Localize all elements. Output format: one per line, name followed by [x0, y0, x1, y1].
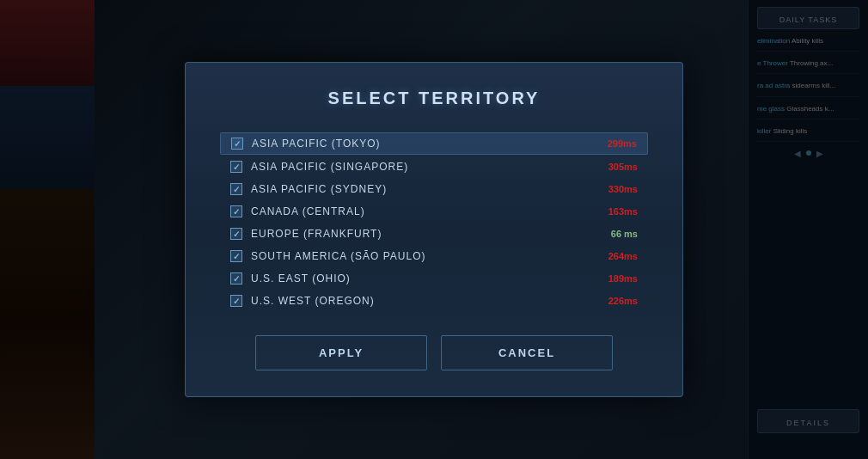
- territory-ping-5: 264ms: [608, 251, 638, 261]
- territory-ping-2: 330ms: [608, 184, 638, 194]
- territory-checkbox-7[interactable]: [230, 295, 242, 307]
- territory-ping-4: 66 ms: [611, 229, 638, 239]
- territory-ping-1: 305ms: [608, 162, 638, 172]
- cancel-button[interactable]: CANCEL: [441, 335, 613, 370]
- territory-item-6[interactable]: U.S. EAST (OHIO) 189ms: [220, 268, 648, 289]
- apply-button[interactable]: APPLY: [255, 335, 427, 370]
- territory-name-3: CANADA (CENTRAL): [251, 205, 608, 217]
- territory-checkbox-1[interactable]: [230, 161, 242, 173]
- territory-checkbox-6[interactable]: [230, 272, 242, 285]
- territory-ping-3: 163ms: [608, 206, 638, 217]
- territory-ping-6: 189ms: [608, 273, 638, 284]
- territory-item-3[interactable]: CANADA (CENTRAL) 163ms: [220, 201, 648, 222]
- territory-item-4[interactable]: EUROPE (FRANKFURT) 66 ms: [220, 223, 648, 244]
- modal-title: SELECT TERRITORY: [220, 89, 648, 108]
- territory-name-7: U.S. WEST (OREGON): [251, 295, 608, 307]
- select-territory-modal: SELECT TERRITORY ASIA PACIFIC (TOKYO) 29…: [185, 62, 683, 397]
- territory-name-0: ASIA PACIFIC (TOKYO): [252, 138, 608, 150]
- territory-name-6: U.S. EAST (OHIO): [251, 272, 608, 285]
- territory-checkbox-5[interactable]: [230, 250, 242, 262]
- territory-name-2: ASIA PACIFIC (SYDNEY): [251, 183, 608, 195]
- territory-name-5: SOUTH AMERICA (SÃO PAULO): [251, 250, 608, 262]
- territory-list: ASIA PACIFIC (TOKYO) 299ms ASIA PACIFIC …: [220, 132, 648, 311]
- modal-overlay: SELECT TERRITORY ASIA PACIFIC (TOKYO) 29…: [0, 0, 868, 459]
- territory-item-0[interactable]: ASIA PACIFIC (TOKYO) 299ms: [220, 132, 648, 155]
- territory-checkbox-2[interactable]: [230, 183, 242, 195]
- territory-checkbox-0[interactable]: [231, 138, 243, 150]
- territory-ping-7: 226ms: [608, 296, 638, 306]
- territory-item-1[interactable]: ASIA PACIFIC (SINGAPORE) 305ms: [220, 156, 648, 177]
- modal-buttons: APPLY CANCEL: [220, 335, 648, 370]
- territory-checkbox-3[interactable]: [230, 205, 242, 217]
- territory-item-2[interactable]: ASIA PACIFIC (SYDNEY) 330ms: [220, 179, 648, 199]
- territory-checkbox-4[interactable]: [230, 228, 242, 240]
- territory-name-4: EUROPE (FRANKFURT): [251, 228, 611, 240]
- territory-item-7[interactable]: U.S. WEST (OREGON) 226ms: [220, 291, 648, 311]
- territory-item-5[interactable]: SOUTH AMERICA (SÃO PAULO) 264ms: [220, 246, 648, 266]
- territory-name-1: ASIA PACIFIC (SINGAPORE): [251, 161, 608, 173]
- territory-ping-0: 299ms: [608, 138, 637, 149]
